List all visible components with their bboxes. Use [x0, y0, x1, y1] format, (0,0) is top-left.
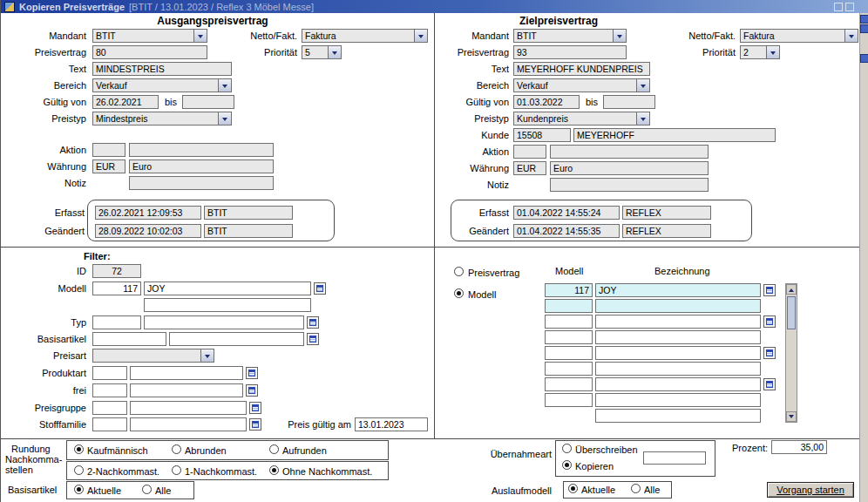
strip-button[interactable] — [860, 24, 868, 33]
target-preisvertrag-field[interactable]: 93 — [513, 45, 627, 59]
model-list-nr-field[interactable] — [545, 393, 593, 407]
model-list-nr-field[interactable] — [545, 315, 593, 329]
radio-auslaufmodell-aktuelle[interactable] — [568, 484, 578, 493]
filter-produktart-nr-field[interactable] — [92, 366, 127, 380]
source-aktion-text-field[interactable] — [129, 143, 274, 157]
radio-auslaufmodell-alle[interactable] — [631, 484, 641, 493]
maximize-icon[interactable] — [845, 3, 854, 11]
filter-modell-nr-field[interactable]: 117 — [92, 282, 141, 295]
model-list-lov-button[interactable] — [763, 347, 776, 359]
filter-preisgruppe-nr-field[interactable] — [92, 401, 127, 415]
target-waehrung-code-field[interactable]: EUR — [513, 161, 546, 175]
dropdown-arrow-icon[interactable] — [218, 79, 231, 92]
filter-modell-lov-button[interactable] — [314, 282, 326, 295]
dropdown-arrow-icon[interactable] — [200, 349, 214, 362]
target-notiz-field[interactable] — [550, 178, 709, 192]
dropdown-arrow-icon[interactable] — [414, 30, 427, 42]
scroll-thumb[interactable] — [787, 296, 796, 329]
filter-typ-nr-field[interactable] — [92, 315, 141, 329]
scroll-down-icon[interactable] — [786, 411, 797, 422]
source-prioritaet-select[interactable]: 5 — [302, 45, 342, 59]
model-list-lov-button[interactable] — [763, 378, 776, 390]
filter-stofffamilie-nr-field[interactable] — [92, 417, 127, 431]
target-kunde-nr-field[interactable]: 15508 — [513, 128, 571, 142]
source-bereich-select[interactable]: Verkauf — [92, 78, 232, 92]
target-aktion-text-field[interactable] — [550, 145, 709, 159]
source-waehrung-text-field[interactable]: Euro — [129, 159, 274, 173]
model-list-name-field[interactable] — [595, 409, 761, 423]
dropdown-arrow-icon[interactable] — [844, 30, 858, 42]
uebernahmeart-value-field[interactable] — [643, 451, 706, 465]
source-notiz-field[interactable] — [129, 176, 274, 190]
target-text-field[interactable]: MEYERHOFF KUNDENPREIS — [513, 62, 650, 76]
filter-modell-name-field[interactable]: JOY — [144, 282, 311, 295]
titlebar[interactable]: Kopieren Preisverträge [BTIT / 13.01.202… — [1, 0, 868, 13]
selection-radio-modell[interactable] — [454, 288, 464, 298]
target-mandant-select[interactable]: BTIT — [513, 29, 627, 43]
radio-ohne-nachkommastellen[interactable] — [269, 465, 279, 475]
target-prioritaet-select[interactable]: 2 — [740, 45, 780, 59]
model-list-scrollbar[interactable] — [785, 283, 797, 423]
source-preistyp-select[interactable]: Mindestpreis — [92, 112, 232, 126]
model-list-nr-field[interactable] — [545, 299, 593, 313]
target-bis-field[interactable] — [603, 95, 655, 109]
model-list-name-field[interactable] — [595, 299, 761, 313]
filter-frei-lov-button[interactable] — [246, 384, 258, 397]
model-list-nr-field[interactable] — [545, 346, 593, 360]
radio-aufrunden[interactable] — [269, 444, 279, 454]
filter-frei-nr-field[interactable] — [92, 383, 127, 397]
source-gueltig-von-field[interactable]: 26.02.2021 — [92, 95, 159, 109]
source-waehrung-code-field[interactable]: EUR — [92, 159, 125, 173]
source-preisvertrag-field[interactable]: 80 — [92, 45, 207, 59]
filter-typ-name-field[interactable] — [144, 315, 304, 329]
model-list-name-field[interactable] — [595, 346, 761, 360]
model-list-name-field[interactable]: JOY — [595, 283, 761, 297]
right-scroll-strip[interactable] — [859, 13, 868, 502]
model-list-name-field[interactable] — [595, 315, 761, 329]
dropdown-arrow-icon[interactable] — [218, 112, 231, 125]
target-gueltig-von-field[interactable]: 01.03.2022 — [513, 95, 580, 109]
model-list-name-field[interactable] — [595, 377, 761, 391]
filter-basisartikel-name-field[interactable] — [169, 332, 304, 346]
scroll-up-icon[interactable] — [786, 284, 797, 295]
filter-preisgruppe-lov-button[interactable] — [249, 402, 261, 414]
radio-2-nachkommastellen[interactable] — [74, 465, 84, 475]
model-list-nr-field[interactable] — [545, 377, 593, 391]
filter-preis-gueltig-field[interactable]: 13.01.2023 — [355, 417, 428, 431]
dropdown-arrow-icon[interactable] — [636, 112, 649, 125]
source-netto-select[interactable]: Faktura — [302, 29, 428, 43]
target-kunde-name-field[interactable]: MEYERHOFF — [573, 128, 776, 142]
radio-kaufmaennisch[interactable] — [74, 444, 84, 454]
filter-frei-name-field[interactable] — [130, 383, 243, 397]
filter-id-field[interactable]: 72 — [92, 264, 141, 278]
source-text-field[interactable]: MINDESTPREIS — [92, 62, 232, 76]
radio-basisartikel-aktuelle[interactable] — [74, 485, 84, 494]
dropdown-arrow-icon[interactable] — [193, 30, 207, 42]
dropdown-arrow-icon[interactable] — [613, 30, 626, 42]
model-list-nr-field[interactable] — [545, 330, 593, 344]
radio-kopieren[interactable] — [562, 460, 572, 470]
model-list-name-field[interactable] — [595, 330, 761, 344]
dropdown-arrow-icon[interactable] — [636, 79, 649, 92]
target-bereich-select[interactable]: Verkauf — [513, 78, 650, 92]
model-list-name-field[interactable] — [595, 362, 761, 376]
radio-ueberschreiben[interactable] — [562, 444, 572, 453]
model-list-lov-button[interactable] — [763, 284, 776, 296]
filter-typ-lov-button[interactable] — [307, 316, 319, 329]
model-list-name-field[interactable] — [595, 393, 761, 407]
restore-icon[interactable] — [834, 3, 843, 11]
radio-abrunden[interactable] — [172, 444, 181, 454]
target-preistyp-select[interactable]: Kundenpreis — [513, 112, 650, 126]
filter-basisartikel-nr-field[interactable] — [92, 332, 166, 346]
filter-preisgruppe-name-field[interactable] — [130, 401, 247, 415]
dropdown-arrow-icon[interactable] — [766, 46, 779, 58]
radio-1-nachkommastellen[interactable] — [172, 465, 181, 475]
model-list-lov-button[interactable] — [763, 315, 776, 328]
filter-basisartikel-lov-button[interactable] — [307, 333, 319, 345]
target-waehrung-text-field[interactable]: Euro — [550, 161, 709, 175]
radio-basisartikel-alle[interactable] — [142, 485, 152, 494]
source-aktion-code-field[interactable] — [92, 143, 125, 157]
model-list-nr-field[interactable]: 117 — [545, 283, 593, 297]
filter-modell-name2-field[interactable] — [144, 298, 311, 312]
selection-radio-preisvertrag[interactable] — [454, 267, 464, 276]
